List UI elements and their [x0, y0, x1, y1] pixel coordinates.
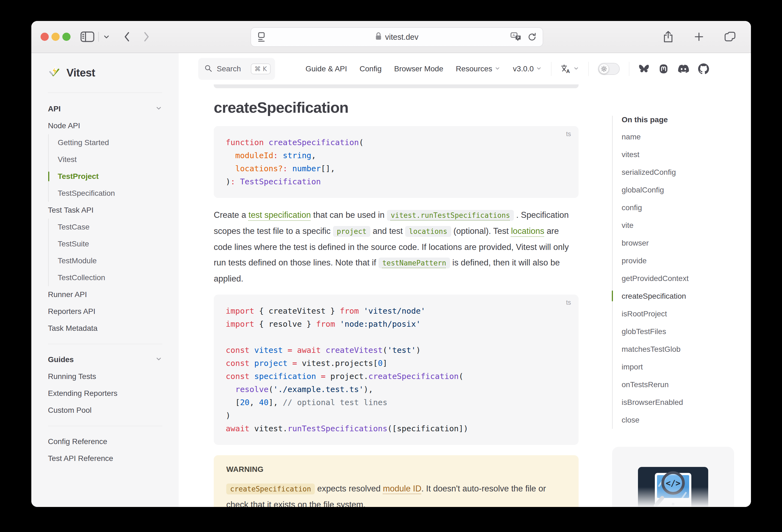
toc-item-createspecification[interactable]: createSpecification [621, 287, 740, 305]
sidebar-subgroup: TestCase TestSuite TestModule TestCollec… [48, 219, 162, 286]
sidebar-divider [48, 426, 162, 426]
inline-code: locations [405, 226, 451, 237]
sidebar-section-api[interactable]: API [48, 101, 162, 117]
doc-link[interactable]: locations [511, 226, 544, 236]
sidebar-item-test-api-reference[interactable]: Test API Reference [48, 450, 162, 467]
window-controls [41, 33, 71, 41]
vitest-logo-icon [48, 66, 61, 80]
zoom-window-button[interactable] [62, 33, 71, 41]
sidebar-item-testspecification[interactable]: TestSpecification [49, 185, 162, 202]
doc-paragraph: Create a test specification that can be … [214, 207, 579, 286]
sidebar-item-node-api[interactable]: Node API [48, 117, 162, 134]
discord-icon[interactable] [678, 64, 689, 73]
inline-code: createSpecification [226, 484, 315, 494]
sidebar-item-testproject[interactable]: TestProject [49, 168, 162, 185]
nav-link-config[interactable]: Config [360, 65, 382, 73]
sidebar-item-testsuite[interactable]: TestSuite [49, 236, 162, 252]
toc-item-close[interactable]: close [621, 411, 740, 429]
on-this-page: On this page name vitest serializedConfi… [612, 112, 740, 429]
sidebar-item-vitest[interactable]: Vitest [49, 151, 162, 168]
toc-item-import[interactable]: import [621, 358, 740, 376]
sidebar-item-running-tests[interactable]: Running Tests [48, 368, 162, 385]
sidebar-item-task-metadata[interactable]: Task Metadata [48, 320, 162, 337]
mastodon-icon[interactable] [659, 64, 669, 74]
search-button[interactable]: Search ⌘ K [198, 58, 275, 80]
toc-item-browser[interactable]: browser [621, 234, 740, 252]
code-line: await vitest.runTestSpecifications([spec… [226, 422, 567, 435]
reader-mode-icon[interactable] [257, 32, 266, 42]
sidebar-item-extending-reporters[interactable]: Extending Reporters [48, 385, 162, 402]
sidebar-item-runner-api[interactable]: Runner API [48, 286, 162, 303]
nav-link-browser-mode[interactable]: Browser Mode [394, 65, 443, 73]
search-shortcut: ⌘ K [251, 64, 271, 74]
warning-callout: WARNING createSpecification expects reso… [214, 455, 579, 507]
brand[interactable]: Vitest [48, 53, 162, 93]
lock-icon [375, 32, 382, 42]
sidebar-item-reporters-api[interactable]: Reporters API [48, 303, 162, 320]
svg-text:A: A [513, 33, 515, 37]
sidebar-item-testcollection[interactable]: TestCollection [49, 269, 162, 286]
nav-dropdown-version[interactable]: v3.0.0 [513, 65, 542, 73]
code-lang-label: ts [566, 299, 571, 306]
sidebar-toggle-icon[interactable] [80, 31, 95, 42]
sidebar-section-guides[interactable]: Guides [48, 351, 162, 368]
doc-link[interactable]: module ID [383, 484, 421, 493]
reload-icon[interactable] [527, 32, 537, 42]
code-link[interactable]: vitest.runTestSpecifications [387, 210, 514, 221]
chevron-down-icon [573, 65, 579, 72]
github-icon[interactable] [698, 64, 709, 74]
code-content: function createSpecification( moduleId: … [226, 136, 567, 188]
toc-item-globalconfig[interactable]: globalConfig [621, 181, 740, 199]
sidebar-item-config-reference[interactable]: Config Reference [48, 433, 162, 450]
sidebar-item-test-task-api[interactable]: Test Task API [48, 202, 162, 219]
toc-item-provide[interactable]: provide [621, 252, 740, 270]
toc-item-config[interactable]: config [621, 199, 740, 216]
bluesky-icon[interactable] [639, 64, 649, 74]
back-button[interactable] [123, 31, 131, 42]
toc-item-vite[interactable]: vite [621, 216, 740, 234]
code-link[interactable]: testNamePattern [379, 257, 450, 269]
toc-item-serializedconfig[interactable]: serializedConfig [621, 163, 740, 181]
sidebar-item-testmodule[interactable]: TestModule [49, 252, 162, 269]
tab-overview-icon[interactable] [724, 31, 736, 42]
toc-item-isrootproject[interactable]: isRootProject [621, 305, 740, 323]
toc-item-isbrowserenabled[interactable]: isBrowserEnabled [621, 393, 740, 411]
sidebar-chevron-down-icon[interactable] [103, 33, 110, 41]
toc-rail [612, 116, 613, 429]
sidebar-item-testcase[interactable]: TestCase [49, 219, 162, 236]
doc-link[interactable]: test specification [249, 210, 311, 220]
translate-icon[interactable]: A [510, 32, 522, 42]
toc-item-getprovidedcontext[interactable]: getProvidedContext [621, 270, 740, 287]
nav-dropdown-resources[interactable]: Resources [456, 65, 500, 73]
sponsor-card[interactable]: </> [612, 447, 734, 507]
language-menu[interactable]: A [561, 64, 579, 74]
close-window-button[interactable] [41, 33, 49, 41]
code-line: import { resolve } from 'node:path/posix… [226, 317, 567, 330]
nav-link-guide-api[interactable]: Guide & API [306, 65, 347, 73]
sidebar-nav: API Node API Getting Started Vitest Test… [31, 93, 179, 467]
toc-item-name[interactable]: name [621, 128, 740, 146]
toc-item-globtestfiles[interactable]: globTestFiles [621, 323, 740, 340]
text: Create a [214, 210, 249, 220]
address-bar[interactable]: vitest.dev A [250, 27, 543, 47]
sidebar-item-custom-pool[interactable]: Custom Pool [48, 402, 162, 419]
docs-sidebar: Vitest API Node API Getting Started Vite… [31, 53, 179, 507]
code-line [226, 330, 567, 344]
text: expects resolved [315, 484, 383, 493]
chevron-down-icon [536, 65, 542, 73]
page-title: createSpecification [214, 99, 579, 116]
toc-active-marker [612, 290, 613, 302]
sidebar-item-getting-started[interactable]: Getting Started [49, 134, 162, 151]
theme-toggle[interactable] [598, 63, 620, 75]
text: that can be used in [311, 210, 387, 220]
toc-item-ontestsrerun[interactable]: onTestsRerun [621, 376, 740, 393]
doc-article: createSpecification ts function createSp… [214, 88, 579, 507]
forward-button[interactable] [142, 31, 150, 42]
code-content: import { createVitest } from 'vitest/nod… [226, 305, 567, 435]
toc-item-vitest[interactable]: vitest [621, 146, 740, 163]
chevron-down-icon [494, 65, 500, 73]
new-tab-icon[interactable] [694, 32, 704, 42]
minimize-window-button[interactable] [51, 33, 60, 41]
share-icon[interactable] [663, 31, 674, 43]
toc-item-matchestestglob[interactable]: matchesTestGlob [621, 340, 740, 358]
